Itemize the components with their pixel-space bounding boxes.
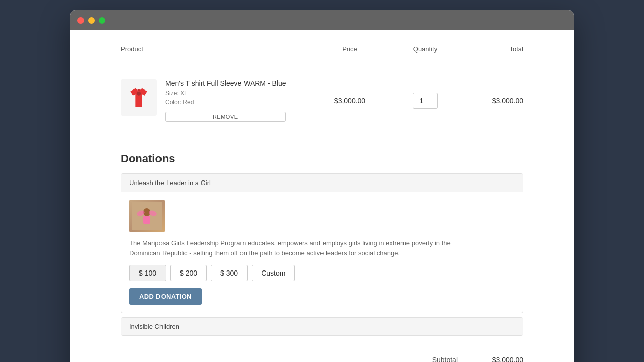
donation-card-invisible-children: Invisible Children: [121, 317, 523, 336]
donation-card-body-mariposa: The Mariposa Girls Leadership Program ed…: [121, 192, 523, 313]
donations-section: Donations Unleash the Leader in a Girl: [121, 152, 523, 336]
amount-btn-100[interactable]: $ 100: [129, 265, 166, 281]
cart-item: Men's T shirt Full Sleeve WARM - Blue Si…: [121, 69, 523, 132]
donation-card-header-mariposa: Unleash the Leader in a Girl: [121, 174, 523, 192]
donation-amounts: $ 100 $ 200 $ 300 Custom: [129, 265, 515, 281]
product-info: Men's T shirt Full Sleeve WARM - Blue Si…: [165, 79, 286, 122]
subtotal-row: Subtotal $3,000.00: [121, 346, 523, 362]
amount-btn-300[interactable]: $ 300: [211, 265, 248, 281]
browser-titlebar: [70, 10, 574, 30]
close-button[interactable]: [77, 17, 84, 24]
header-total: Total: [463, 45, 523, 53]
header-product: Product: [121, 45, 312, 53]
remove-button[interactable]: REMOVE: [165, 112, 286, 122]
svg-rect-5: [143, 216, 150, 224]
header-price: Price: [312, 45, 387, 53]
mariposa-image-svg: [132, 202, 162, 230]
donation-card-mariposa: Unleash the Leader in a Girl: [121, 173, 523, 313]
donations-title: Donations: [121, 152, 523, 165]
product-color: Color: Red: [165, 99, 286, 106]
quantity-input[interactable]: [413, 93, 438, 109]
minimize-button[interactable]: [88, 17, 95, 24]
item-price: $3,000.00: [312, 97, 387, 105]
amount-btn-200[interactable]: $ 200: [170, 265, 207, 281]
maximize-button[interactable]: [99, 17, 105, 24]
cart-header: Product Price Quantity Total: [121, 45, 523, 59]
product-image: [121, 79, 157, 116]
item-quantity-cell: [387, 93, 463, 109]
add-donation-button[interactable]: ADD DONATION: [129, 288, 202, 305]
product-cell: Men's T shirt Full Sleeve WARM - Blue Si…: [121, 79, 312, 122]
subtotal-label: Subtotal: [432, 356, 458, 362]
tshirt-svg: [126, 85, 151, 110]
header-quantity: Quantity: [387, 45, 463, 53]
donation-image-mariposa: [129, 200, 165, 232]
donation-description-mariposa: The Mariposa Girls Leadership Program ed…: [129, 238, 471, 258]
page-content: Product Price Quantity Total Men's T: [70, 30, 574, 362]
product-name: Men's T shirt Full Sleeve WARM - Blue: [165, 79, 286, 87]
product-size: Size: XL: [165, 89, 286, 97]
item-total: $3,000.00: [463, 97, 523, 105]
subtotal-value: $3,000.00: [478, 356, 523, 362]
amount-btn-custom[interactable]: Custom: [252, 265, 295, 281]
svg-point-2: [137, 92, 141, 96]
browser-window: Product Price Quantity Total Men's T: [70, 10, 574, 362]
donation-card-header-invisible-children: Invisible Children: [121, 318, 523, 335]
